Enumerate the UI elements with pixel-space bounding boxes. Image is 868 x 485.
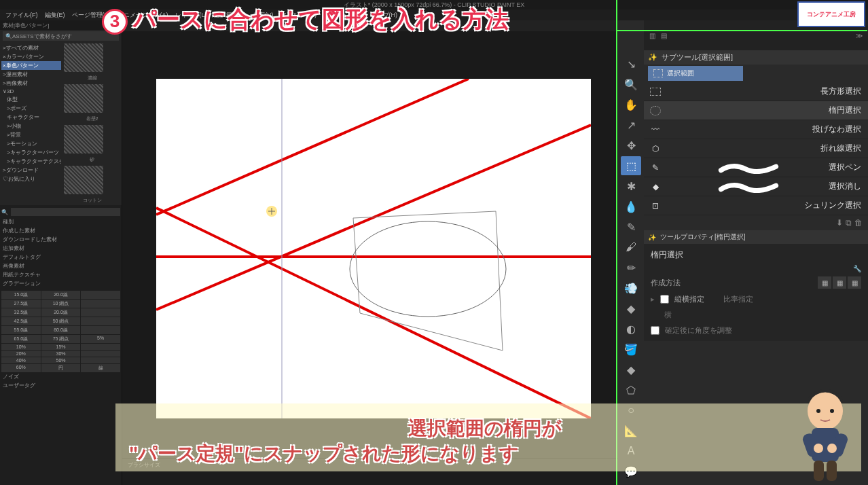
- tag-cell[interactable]: 80.0線: [41, 326, 81, 334]
- tag-image[interactable]: 画像素材: [1, 262, 120, 270]
- method-sub-icon[interactable]: ▦: [848, 276, 861, 289]
- trash-icon[interactable]: 🗑: [854, 218, 863, 228]
- tag-cell[interactable]: 60%: [1, 364, 41, 372]
- tool-figure[interactable]: ⬠: [621, 380, 641, 399]
- tag-cell[interactable]: 20.0線: [41, 291, 81, 299]
- canvas-viewport[interactable]: [122, 31, 618, 458]
- subtool-category[interactable]: 選択範囲: [648, 66, 743, 81]
- tag-cell[interactable]: 線: [81, 364, 120, 372]
- subtool-lasso-select[interactable]: 〰 投げなわ選択: [644, 120, 868, 139]
- tool-pen[interactable]: ✎: [621, 217, 641, 236]
- tree-mono-pattern[interactable]: ×単色パターン: [1, 61, 61, 70]
- tag-cell[interactable]: 30%: [41, 351, 81, 357]
- subtool-polyline-select[interactable]: ⬡ 折れ線選択: [644, 139, 868, 158]
- tree-3d[interactable]: ∨3D: [1, 88, 61, 95]
- dock-icon[interactable]: ▤: [661, 32, 667, 39]
- tag-cell[interactable]: 55.0線: [1, 326, 41, 334]
- copy-icon[interactable]: ⧉: [846, 218, 852, 228]
- tree-chartexture[interactable]: >キャラクターテクスチャ: [1, 157, 61, 166]
- tag-cell[interactable]: [81, 317, 120, 325]
- thumb[interactable]: [64, 84, 103, 113]
- subtool-select-eraser[interactable]: ◆ 選択消し: [644, 177, 868, 196]
- tag-cell[interactable]: 27.5線: [1, 300, 41, 308]
- method-add-icon[interactable]: ▦: [833, 276, 846, 289]
- subtool-select-pen[interactable]: ✎ 選択ペン: [644, 158, 868, 177]
- tool-airbrush[interactable]: 💨: [621, 279, 641, 298]
- tag-cell[interactable]: 50%: [41, 357, 81, 363]
- tag-default[interactable]: デフォルトタグ: [1, 253, 120, 262]
- tag-cell[interactable]: [81, 300, 120, 308]
- tool-hand[interactable]: ✋: [621, 95, 641, 114]
- tool-eraser[interactable]: ◆: [621, 299, 641, 318]
- wrench-icon[interactable]: 🔧: [647, 264, 865, 274]
- tag-cell[interactable]: 10%: [1, 344, 41, 350]
- tree-all[interactable]: >すべての素材: [1, 43, 61, 52]
- tool-selection[interactable]: ⬚: [621, 156, 641, 175]
- subtool-shrink-select[interactable]: ⊡ シュリンク選択: [644, 196, 868, 215]
- download-icon[interactable]: ⬇: [836, 218, 843, 228]
- tree-image[interactable]: >画像素材: [1, 79, 61, 88]
- tag-cell[interactable]: 42.5線: [1, 317, 41, 325]
- tree-motion[interactable]: >モーション: [1, 139, 61, 148]
- tag-cell[interactable]: 40%: [1, 357, 41, 363]
- tag-cell[interactable]: [81, 344, 120, 350]
- tag-cell[interactable]: 20.0線: [41, 308, 81, 317]
- tree-character[interactable]: キャラクター: [1, 113, 61, 122]
- tag-user[interactable]: ユーザータグ: [1, 381, 120, 390]
- dock-icon[interactable]: ▥: [649, 32, 655, 39]
- tag-cell[interactable]: 75 網点: [41, 335, 81, 343]
- tag-created[interactable]: 作成した素材: [1, 226, 120, 235]
- tree-smallobj[interactable]: >小物: [1, 122, 61, 130]
- menu-edit[interactable]: 編集(E): [42, 11, 68, 20]
- tree-charparts[interactable]: >キャラクターパーツ: [1, 148, 61, 157]
- tag-cell[interactable]: 15.0線: [1, 291, 41, 299]
- tag-search-input[interactable]: [11, 208, 120, 216]
- tag-gradation[interactable]: グラデーション: [1, 279, 120, 288]
- post-checkbox[interactable]: [651, 326, 659, 335]
- tool-eyedropper[interactable]: 💧: [621, 197, 641, 216]
- tag-cell[interactable]: 20%: [1, 351, 41, 357]
- tag-cell[interactable]: 50 網点: [41, 317, 81, 325]
- tool-auto-select[interactable]: ✱: [621, 177, 641, 196]
- tag-cell[interactable]: [81, 291, 120, 299]
- tree-color-pattern[interactable]: ×カラーパターン: [1, 52, 61, 61]
- tree-pose[interactable]: >ポーズ: [1, 104, 61, 113]
- tag-cell[interactable]: 65.0線: [1, 335, 41, 343]
- tag-cell[interactable]: [81, 351, 120, 357]
- tree-background[interactable]: >背景: [1, 130, 61, 139]
- tag-cell[interactable]: 32.5線: [1, 308, 41, 317]
- thumb[interactable]: [64, 125, 103, 154]
- tool-pencil[interactable]: ✏: [621, 258, 641, 277]
- tool-operation[interactable]: ↘: [621, 54, 641, 73]
- tag-added[interactable]: 追加素材: [1, 244, 120, 253]
- method-new-icon[interactable]: ▦: [818, 276, 831, 289]
- canvas[interactable]: [156, 79, 591, 418]
- tag-downloaded[interactable]: ダウンロードした素材: [1, 235, 120, 244]
- tag-cell[interactable]: 15%: [41, 344, 81, 350]
- tag-cell[interactable]: [81, 357, 120, 363]
- tree-manga[interactable]: >漫画素材: [1, 70, 61, 79]
- tag-cell[interactable]: 5%: [81, 335, 120, 343]
- tool-gradient[interactable]: ◆: [621, 360, 641, 379]
- tool-blend[interactable]: ◐: [621, 319, 641, 338]
- tag-cell[interactable]: 円: [41, 364, 81, 372]
- subtool-ellipse-select[interactable]: 楕円選択: [644, 101, 868, 120]
- tool-move[interactable]: ✥: [621, 136, 641, 155]
- tree-body[interactable]: 体型: [1, 95, 61, 104]
- tag-cell[interactable]: [81, 308, 120, 317]
- tag-noise[interactable]: ノイズ: [1, 372, 120, 381]
- subtool-rect-select[interactable]: 長方形選択: [644, 82, 868, 101]
- menu-file[interactable]: ファイル(F): [3, 11, 41, 20]
- tag-type[interactable]: 種別: [1, 217, 120, 226]
- tool-brush[interactable]: 🖌: [621, 238, 641, 257]
- tag-paper[interactable]: 用紙テクスチャ: [1, 270, 120, 279]
- thumb[interactable]: [64, 43, 103, 72]
- thumb[interactable]: [64, 166, 103, 194]
- expand-icon[interactable]: ≫: [856, 32, 863, 39]
- tree-download[interactable]: >ダウンロード: [1, 166, 61, 175]
- tool-fill[interactable]: 🪣: [621, 340, 641, 359]
- tool-zoom[interactable]: 🔍: [621, 75, 641, 94]
- tool-move-layer[interactable]: ↗: [621, 115, 641, 134]
- aspect-checkbox[interactable]: [660, 295, 669, 304]
- tree-favorite[interactable]: ♡お気に入り: [1, 175, 61, 183]
